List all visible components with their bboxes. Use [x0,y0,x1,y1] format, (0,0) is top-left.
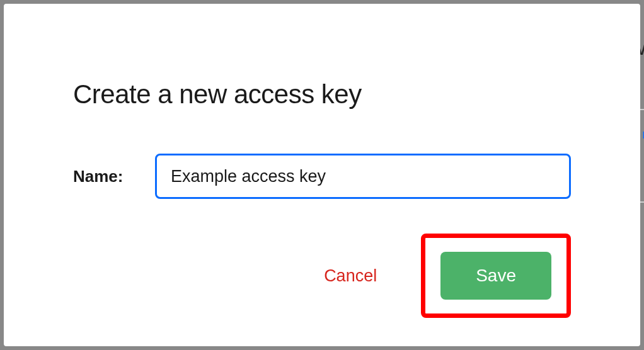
modal-title: Create a new access key [73,79,571,110]
name-form-row: Name: [73,154,571,199]
name-input[interactable] [155,154,571,199]
name-label: Name: [73,167,130,186]
cancel-button[interactable]: Cancel [324,266,377,286]
save-button[interactable]: Save [440,252,551,300]
save-button-highlight: Save [421,234,571,318]
create-access-key-modal: Create a new access key Name: Cancel Sav… [4,4,640,346]
modal-actions: Cancel Save [73,234,571,318]
